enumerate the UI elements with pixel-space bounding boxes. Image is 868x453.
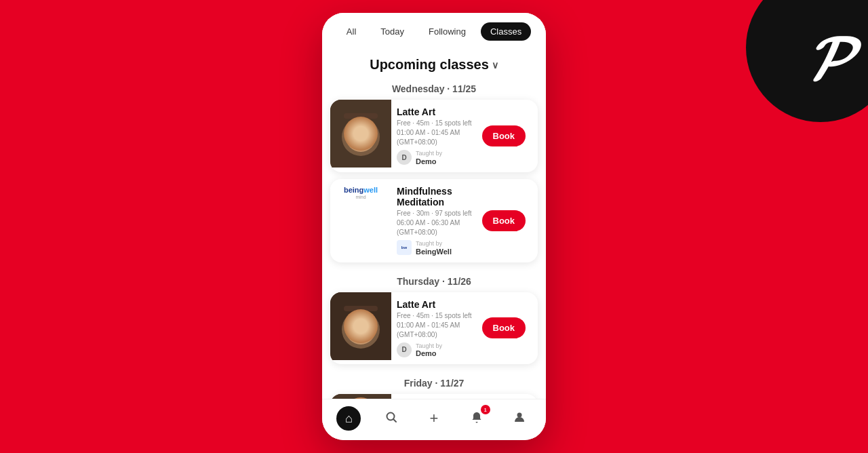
- class-teacher-latte-thu: D Taught by Demo: [397, 342, 474, 358]
- book-button-latte-thu[interactable]: Book: [482, 317, 526, 338]
- bottom-nav: ⌂ + 1: [322, 399, 546, 440]
- notifications-icon: [471, 411, 483, 427]
- taught-by-label: Taught by: [416, 150, 442, 157]
- teacher-name-thu: Demo: [416, 349, 442, 357]
- teacher-avatar-latte-thu: D: [397, 342, 412, 357]
- taught-by-label-mindfulness: Taught by: [416, 240, 452, 248]
- taught-by-label-thu: Taught by: [416, 342, 442, 350]
- class-info-latte-thu: Latte Art Free · 45m · 15 spots left 01:…: [391, 292, 479, 365]
- class-info-mindfulness: Mindfulness Meditation Free · 30m · 97 s…: [391, 179, 479, 262]
- class-info-latte-fri: Free · 45m · 15 spots left: [391, 394, 538, 399]
- class-card-latte-wed: Latte Art Free · 45m · 15 spots left 01:…: [330, 100, 538, 172]
- svg-point-15: [517, 412, 521, 417]
- class-card-right-latte-thu: Book: [479, 292, 538, 365]
- book-button-latte-wed[interactable]: Book: [482, 125, 526, 146]
- teacher-name: Demo: [416, 157, 442, 165]
- date-header-friday: Friday · 11/27: [322, 371, 546, 394]
- plus-icon: +: [430, 410, 439, 427]
- nav-profile[interactable]: [507, 406, 532, 431]
- class-image-latte-thu: [330, 292, 391, 360]
- beingwell-logo: beingwell mind: [344, 186, 378, 201]
- search-icon: [385, 411, 397, 427]
- teacher-info-latte-thu: Taught by Demo: [416, 342, 442, 358]
- content-area: Upcoming classes ∨ Wednesday · 11/25: [322, 47, 546, 399]
- svg-point-1: [342, 118, 380, 156]
- svg-rect-10: [330, 394, 391, 399]
- svg-point-7: [346, 315, 376, 344]
- svg-rect-0: [330, 100, 391, 168]
- class-image-latte-wed: [330, 100, 391, 168]
- tab-following[interactable]: Following: [419, 22, 475, 41]
- svg-point-2: [346, 122, 376, 152]
- tab-classes[interactable]: Classes: [481, 22, 531, 41]
- latte-art-svg: [330, 100, 391, 168]
- top-nav: All Today Following Classes: [322, 13, 546, 47]
- class-name-latte-thu: Latte Art: [397, 299, 474, 310]
- svg-point-8: [351, 320, 370, 339]
- class-card-latte-fri: Free · 45m · 15 spots left: [330, 394, 538, 399]
- class-meta-latte-wed: Free · 45m · 15 spots left 01:00 AM - 01…: [397, 119, 474, 147]
- class-info-latte-wed: Latte Art Free · 45m · 15 spots left 01:…: [391, 100, 479, 172]
- nav-search[interactable]: [379, 406, 403, 431]
- svg-rect-5: [330, 292, 391, 360]
- teacher-avatar-beingwell: bw: [397, 240, 412, 255]
- nav-notifications[interactable]: 1: [465, 406, 489, 431]
- class-teacher-mindfulness: bw Taught by BeingWell: [397, 240, 474, 256]
- svg-line-14: [393, 419, 396, 422]
- svg-point-6: [342, 311, 380, 349]
- nav-create[interactable]: +: [422, 406, 446, 431]
- date-header-thursday: Thursday · 11/26: [322, 269, 546, 292]
- home-icon: ⌂: [345, 412, 353, 426]
- latte-art-svg-fri: [330, 394, 391, 399]
- tab-today[interactable]: Today: [371, 22, 414, 41]
- svg-rect-4: [344, 113, 378, 119]
- chevron-down-icon: ∨: [492, 60, 498, 71]
- profile-icon: [513, 411, 526, 427]
- teacher-avatar-latte-wed: D: [397, 150, 412, 165]
- class-card-latte-thu: Latte Art Free · 45m · 15 spots left 01:…: [330, 292, 538, 365]
- svg-point-3: [351, 127, 370, 146]
- book-button-mindfulness[interactable]: Book: [482, 210, 526, 231]
- page-title-text: Upcoming classes: [370, 57, 489, 73]
- class-image-latte-fri: [330, 394, 391, 399]
- svg-rect-9: [344, 306, 378, 311]
- page-title[interactable]: Upcoming classes ∨: [322, 47, 546, 77]
- class-name-mindfulness: Mindfulness Meditation: [397, 186, 474, 208]
- class-image-beingwell: beingwell mind: [330, 179, 391, 208]
- teacher-name-beingwell: BeingWell: [416, 248, 452, 256]
- class-meta-latte-thu: Free · 45m · 15 spots left 01:00 AM - 01…: [397, 311, 474, 340]
- date-header-wednesday: Wednesday · 11/25: [322, 77, 546, 100]
- pinterest-logo: 𝓟: [808, 27, 848, 88]
- phone-container: All Today Following Classes Upcoming cla…: [322, 13, 546, 440]
- teacher-info-latte-wed: Taught by Demo: [416, 150, 442, 165]
- latte-art-svg-thu: [330, 292, 391, 360]
- pinterest-logo-bg: 𝓟: [746, 0, 868, 122]
- class-card-mindfulness-wed: beingwell mind Mindfulness Meditation Fr…: [330, 179, 538, 262]
- class-teacher-latte-wed: D Taught by Demo: [397, 150, 474, 165]
- notification-badge: 1: [481, 405, 490, 414]
- tab-all[interactable]: All: [337, 22, 366, 41]
- class-card-right-latte-wed: Book: [479, 100, 538, 172]
- class-name-latte-wed: Latte Art: [397, 106, 474, 117]
- class-card-right-mindfulness: Book: [479, 179, 538, 262]
- nav-home[interactable]: ⌂: [336, 406, 361, 431]
- class-meta-mindfulness: Free · 30m · 97 spots left 06:00 AM - 06…: [397, 209, 474, 237]
- teacher-info-mindfulness: Taught by BeingWell: [416, 240, 452, 256]
